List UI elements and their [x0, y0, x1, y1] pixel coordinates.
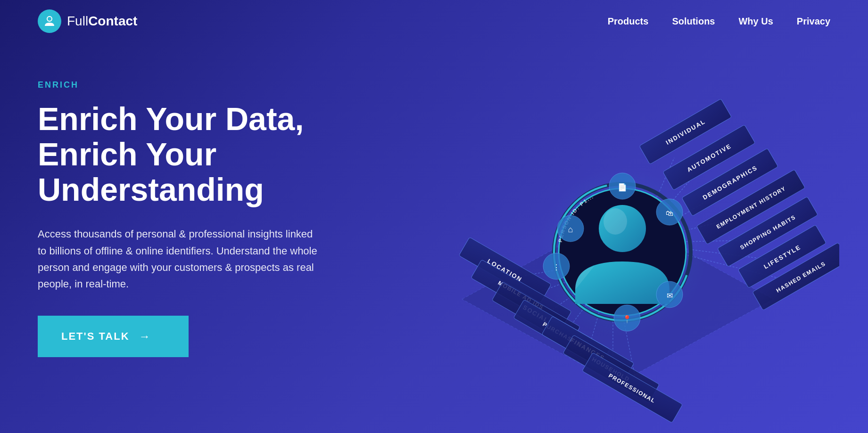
svg-point-1 — [48, 17, 51, 21]
svg-text:⋮: ⋮ — [553, 263, 560, 271]
nav-solutions[interactable]: Solutions — [672, 16, 715, 27]
right-content: INDIVIDUAL AUTOMOTIVE DEMOGRAPHICS EMPLO… — [368, 71, 830, 433]
svg-text:📍: 📍 — [622, 315, 632, 324]
nav-privacy[interactable]: Privacy — [797, 16, 830, 27]
navbar: FullContact Products Solutions Why Us Pr… — [0, 0, 868, 42]
cta-label: LET'S TALK — [61, 330, 130, 343]
main-content: ENRICH Enrich Your Data, Enrich Your Und… — [0, 42, 868, 433]
svg-text:✉: ✉ — [667, 292, 673, 300]
svg-text:⌂: ⌂ — [568, 225, 573, 234]
section-tag: ENRICH — [38, 80, 368, 90]
logo-text: FullContact — [67, 14, 137, 29]
svg-text:🛍: 🛍 — [666, 209, 673, 217]
svg-point-50 — [603, 208, 627, 235]
left-content: ENRICH Enrich Your Data, Enrich Your Und… — [38, 71, 368, 357]
svg-text:📄: 📄 — [618, 183, 627, 192]
cta-arrow-icon: → — [139, 330, 151, 343]
nav-links: Products Solutions Why Us Privacy — [608, 16, 830, 27]
main-heading: Enrich Your Data, Enrich Your Understand… — [38, 101, 368, 207]
nav-why-us[interactable]: Why Us — [738, 16, 773, 27]
logo-icon — [38, 9, 61, 33]
cta-button[interactable]: LET'S TALK → — [38, 316, 189, 357]
logo[interactable]: FullContact — [38, 9, 137, 33]
nav-products[interactable]: Products — [608, 16, 649, 27]
iso-viz-container: INDIVIDUAL AUTOMOTIVE DEMOGRAPHICS EMPLO… — [391, 57, 839, 433]
isometric-visualization: INDIVIDUAL AUTOMOTIVE DEMOGRAPHICS EMPLO… — [391, 57, 839, 433]
hero-description: Access thousands of personal & professio… — [38, 226, 321, 292]
